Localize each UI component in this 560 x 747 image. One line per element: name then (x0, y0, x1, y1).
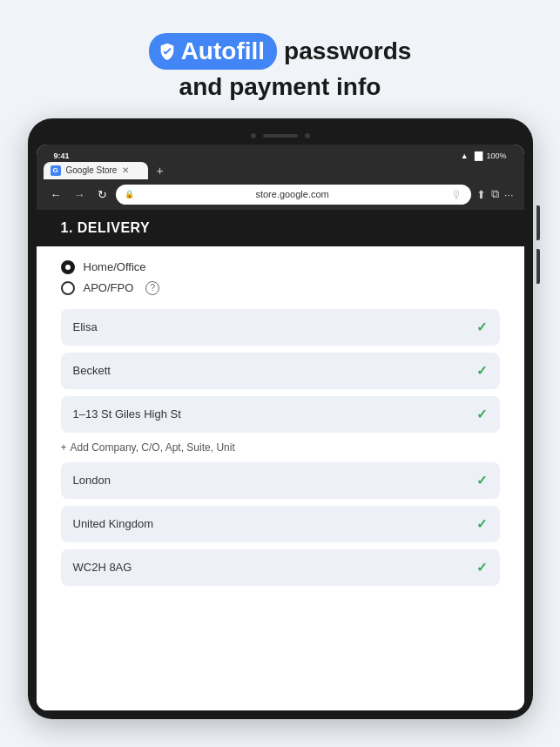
field-country[interactable]: United Kingdom ✓ (61, 506, 500, 542)
radio-label-apo: APO/FPO (84, 281, 134, 294)
add-company-link[interactable]: Add Company, C/O, Apt, Suite, Unit (61, 440, 500, 455)
camera-dot (251, 133, 256, 138)
header-section: Autofill passwords and payment info (149, 0, 412, 118)
speaker-bar (263, 134, 298, 138)
radio-label-home: Home/Office (84, 260, 146, 273)
lock-icon: 🔒 (125, 190, 134, 199)
field-value-postcode: WC2H 8AG (73, 561, 132, 574)
back-button[interactable]: ← (47, 186, 65, 203)
checkmark-first-name: ✓ (476, 320, 488, 335)
radio-dot-filled (61, 260, 75, 274)
side-button-top (536, 205, 540, 240)
headline-line2: and payment info (179, 73, 381, 101)
radio-group: Home/Office APO/FPO ? (61, 260, 500, 295)
checkmark-address: ✓ (476, 407, 488, 422)
field-city[interactable]: London ✓ (61, 462, 500, 499)
headline-passwords: passwords (284, 37, 411, 66)
help-icon[interactable]: ? (145, 281, 159, 295)
mic-icon[interactable]: 🎙 (451, 188, 462, 201)
radio-apo-fpo[interactable]: APO/FPO ? (61, 281, 500, 295)
status-time: 9:41 (54, 151, 70, 160)
tablet-top-bar (37, 127, 524, 145)
page-content: 1. DELIVERY Home/Office APO/FPO ? Elisa (37, 210, 524, 710)
browser-chrome: 9:41 ▲ ▐█ 100% G Google Store ✕ + ← → ↻ (37, 145, 524, 210)
autofill-label: Autofill (181, 37, 265, 66)
field-first-name[interactable]: Elisa ✓ (61, 309, 500, 346)
autofill-badge: Autofill (149, 33, 277, 70)
share-icon[interactable]: ⬆ (476, 188, 486, 201)
radio-home-office[interactable]: Home/Office (61, 260, 500, 274)
battery-icon: ▐█ (472, 151, 483, 160)
field-postcode[interactable]: WC2H 8AG ✓ (61, 549, 500, 586)
field-value-city: London (73, 474, 111, 487)
field-value-address: 1–13 St Giles High St (73, 407, 181, 421)
status-icons: ▲ ▐█ 100% (461, 151, 507, 160)
checkmark-city: ✓ (476, 473, 488, 488)
nav-bar: ← → ↻ 🔒 store.google.com 🎙 ⬆ ⧉ ··· (44, 183, 517, 206)
browser-window: 9:41 ▲ ▐█ 100% G Google Store ✕ + ← → ↻ (37, 145, 524, 710)
field-value-last-name: Beckett (73, 364, 111, 377)
field-value-country: United Kingdom (73, 517, 154, 530)
delivery-body: Home/Office APO/FPO ? Elisa ✓ Beckett ✓ (37, 246, 524, 607)
address-bar[interactable]: 🔒 store.google.com 🎙 (116, 185, 471, 205)
tab-close-icon[interactable]: ✕ (122, 165, 129, 175)
reload-button[interactable]: ↻ (94, 186, 111, 203)
field-address[interactable]: 1–13 St Giles High St ✓ (61, 396, 500, 433)
browser-tab[interactable]: G Google Store ✕ (44, 162, 148, 179)
more-icon[interactable]: ··· (504, 188, 514, 201)
checkmark-postcode: ✓ (476, 560, 488, 575)
tab-favicon: G (51, 165, 61, 176)
tab-bar: G Google Store ✕ + (44, 162, 517, 179)
wifi-icon: ▲ (461, 151, 469, 160)
tab-label: Google Store (66, 165, 118, 175)
field-last-name[interactable]: Beckett ✓ (61, 353, 500, 389)
side-button-mid (536, 249, 540, 284)
new-tab-button[interactable]: + (152, 162, 169, 179)
headline-line1: Autofill passwords (149, 33, 412, 70)
field-value-first-name: Elisa (73, 320, 98, 333)
address-text: store.google.com (139, 189, 446, 199)
status-bar: 9:41 ▲ ▐█ 100% (44, 150, 517, 162)
delivery-header: 1. DELIVERY (37, 210, 524, 246)
shield-icon (158, 42, 177, 61)
checkmark-country: ✓ (476, 516, 488, 532)
camera-dot-right (305, 133, 310, 138)
tablet-frame: 9:41 ▲ ▐█ 100% G Google Store ✕ + ← → ↻ (28, 118, 533, 719)
forward-button[interactable]: → (71, 186, 89, 203)
tabs-icon[interactable]: ⧉ (491, 187, 499, 201)
battery-label: 100% (486, 151, 506, 160)
checkmark-last-name: ✓ (476, 363, 488, 379)
radio-dot-empty (61, 281, 75, 295)
